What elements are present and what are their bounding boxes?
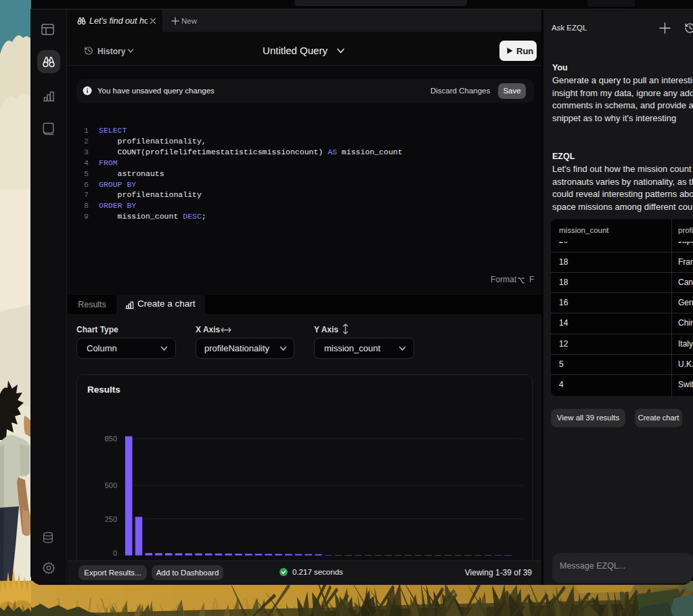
svg-text:250: 250 [105,515,117,523]
svg-text:850: 850 [105,435,117,443]
svg-text:0: 0 [113,549,117,557]
svg-text:500: 500 [105,481,117,489]
